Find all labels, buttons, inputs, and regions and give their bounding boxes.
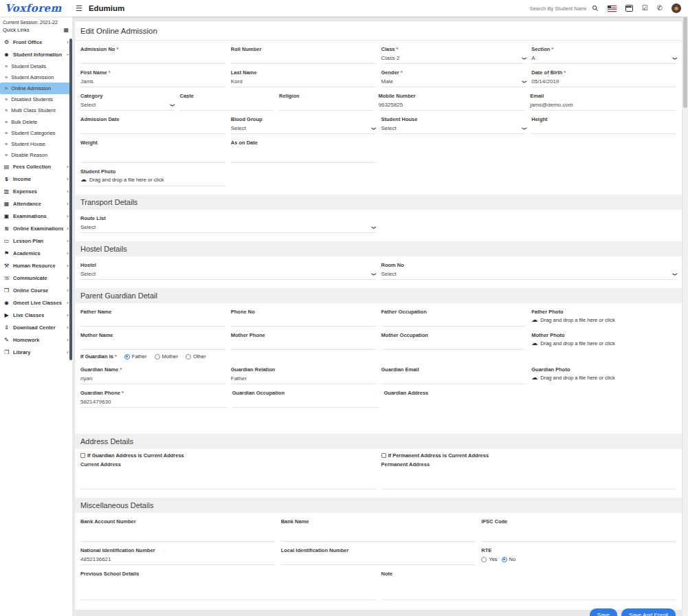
guardian-email-label: Guardian Email <box>381 364 526 373</box>
sidebar-item-student-details[interactable]: » Student Details <box>0 60 72 72</box>
mother-occupation-input[interactable] <box>381 339 526 350</box>
sidebar-scrollbar[interactable] <box>69 38 72 360</box>
sidebar-item-income[interactable]: $ Income ‹ <box>0 173 72 186</box>
student-house-select[interactable]: Select❯ <box>381 123 526 134</box>
checkbox-icon[interactable] <box>80 453 85 458</box>
task-icon[interactable]: ☑ <box>642 5 648 12</box>
checkbox-icon[interactable] <box>381 453 386 458</box>
guardian-email-input[interactable] <box>381 373 526 384</box>
admission-no-input[interactable] <box>80 53 225 64</box>
dob-input[interactable]: 05/14/2019 <box>531 76 676 87</box>
rte-no-radio[interactable]: No <box>502 556 516 562</box>
language-flag-icon[interactable] <box>608 6 617 12</box>
guardian-father-radio[interactable]: Father <box>124 353 147 360</box>
height-input[interactable] <box>531 123 676 134</box>
sidebar-item-homework[interactable]: ✎ Homework ‹ <box>0 334 72 346</box>
guardian-relation-input[interactable]: Father <box>231 373 376 384</box>
mobile-number-input[interactable]: 96325825 <box>379 100 525 111</box>
first-name-input[interactable]: Jams <box>80 76 225 87</box>
note-textarea[interactable] <box>381 578 677 600</box>
as-on-date-input[interactable] <box>231 146 376 163</box>
national-id-input[interactable]: 4852136621 <box>80 554 276 565</box>
user-avatar[interactable]: ☻ <box>672 3 681 13</box>
route-list-select[interactable]: Select❯ <box>80 222 376 233</box>
sidebar-item-attendance[interactable]: ▦ Attendance ‹ <box>0 198 72 210</box>
phone-no-input[interactable] <box>231 316 376 327</box>
calendar-icon[interactable] <box>625 5 633 12</box>
sidebar-item-fees-collection[interactable]: ▤ Fees Collection ‹ <box>0 161 72 173</box>
roll-number-input[interactable] <box>231 53 376 64</box>
page-scrollbar[interactable] <box>683 16 688 616</box>
sidebar-item-multi-class-student[interactable]: » Multi Class Student <box>0 105 72 116</box>
admission-date-input[interactable] <box>80 123 225 134</box>
guardian-other-radio[interactable]: Other <box>186 353 206 360</box>
section-select[interactable]: A❯ <box>531 53 676 64</box>
weight-input[interactable] <box>80 146 225 163</box>
current-address-textarea[interactable] <box>80 468 376 490</box>
room-no-select[interactable]: Select❯ <box>381 269 677 280</box>
permanent-address-textarea[interactable] <box>381 468 677 490</box>
ifsc-code-input[interactable] <box>481 525 676 542</box>
hostel-select[interactable]: Select❯ <box>80 269 376 280</box>
bank-name-input[interactable] <box>281 525 476 542</box>
guardian-name-input[interactable]: riyan <box>80 373 225 384</box>
search-input[interactable] <box>529 5 588 12</box>
sidebar-item-bulk-delete[interactable]: » Bulk Delete <box>0 116 72 127</box>
whatsapp-icon[interactable]: ✆ <box>657 5 663 12</box>
menu-icon[interactable]: ☰ <box>76 4 82 13</box>
sidebar-item-student-house[interactable]: » Student House <box>0 138 72 149</box>
guardian-occupation-input[interactable] <box>232 397 379 408</box>
grid-icon[interactable]: ▦ <box>63 27 69 33</box>
sidebar-item-gmeet-live-classes[interactable]: ◉ Gmeet Live Classes ‹ <box>0 297 72 309</box>
sidebar-item-human-resource[interactable]: ⚒ Human Resource ‹ <box>0 260 72 272</box>
sidebar-item-student-information[interactable]: ☻ Student Information ‹ <box>0 48 72 60</box>
sidebar-item-examinations[interactable]: ▣ Examinations ‹ <box>0 210 72 223</box>
scrollbar-thumb[interactable] <box>683 17 687 108</box>
sidebar-item-student-admission[interactable]: » Student Admission <box>0 72 72 82</box>
guardian-address-input[interactable] <box>384 397 677 413</box>
sidebar-item-online-examinations[interactable]: ≋ Online Examinations ‹ <box>0 223 72 235</box>
class-select[interactable]: Class 2❯ <box>381 53 526 64</box>
sidebar-item-download-center[interactable]: ⇩ Download Center ‹ <box>0 322 72 334</box>
father-occupation-input[interactable] <box>381 316 526 327</box>
sidebar-item-disable-reason[interactable]: » Disable Reason <box>0 150 72 161</box>
sidebar-item-expenses[interactable]: ▥ Expenses ‹ <box>0 186 72 198</box>
mother-phone-input[interactable] <box>231 339 376 350</box>
sidebar-item-lesson-plan[interactable]: ▭ Lesson Plan ‹ <box>0 235 72 248</box>
email-input[interactable]: jams@demo.com <box>530 100 676 111</box>
caste-input[interactable] <box>180 100 274 111</box>
guardian-photo-dropzone[interactable]: ☁ Drag and drop a file here or click <box>531 373 676 384</box>
list-icon: ▥ <box>3 188 10 195</box>
guardian-mother-radio[interactable]: Mother <box>155 353 178 360</box>
father-name-input[interactable] <box>80 316 225 327</box>
sidebar-item-disabled-students[interactable]: » Disabled Students <box>0 94 72 105</box>
caste-label: Caste <box>180 91 274 100</box>
previous-school-details-textarea[interactable] <box>80 578 376 600</box>
blood-group-select[interactable]: Select❯ <box>231 123 376 134</box>
sidebar-item-communicate[interactable]: ☏ Communicate ‹ <box>0 272 72 285</box>
guardian-phone-input[interactable]: 5821479630 <box>80 397 227 408</box>
sidebar-item-live-classes[interactable]: ▶ Live Classes ‹ <box>0 309 72 322</box>
sidebar-item-library[interactable]: ❐ Library ‹ <box>0 346 72 359</box>
father-name-label: Father Name <box>80 307 225 316</box>
save-and-enroll-button[interactable]: Save And Enroll <box>621 608 676 616</box>
bank-account-number-input[interactable] <box>80 525 276 542</box>
search-icon[interactable] <box>592 5 599 12</box>
last-name-input[interactable]: Kord <box>231 76 376 87</box>
guardian-address-label: Guardian Address <box>384 388 677 397</box>
student-photo-dropzone[interactable]: ☁ Drag and drop a file here or click <box>80 175 225 186</box>
sidebar-item-online-admission[interactable]: » Online Admission <box>0 82 72 94</box>
category-select[interactable]: Select❯ <box>80 100 175 111</box>
sidebar-item-academics[interactable]: ⚑ Academics ‹ <box>0 248 72 260</box>
religion-input[interactable] <box>279 100 373 111</box>
mother-photo-dropzone[interactable]: ☁ Drag and drop a file here or click <box>531 339 676 350</box>
gender-select[interactable]: Male❯ <box>381 76 526 87</box>
local-id-input[interactable] <box>281 554 476 565</box>
sidebar-item-online-course[interactable]: ❒ Online Course ‹ <box>0 285 72 297</box>
sidebar-item-front-office[interactable]: ⚙ Front Office ‹ <box>0 36 72 48</box>
rte-yes-radio[interactable]: Yes <box>481 556 497 562</box>
father-photo-dropzone[interactable]: ☁ Drag and drop a file here or click <box>531 316 676 327</box>
save-button[interactable]: Save <box>590 608 617 616</box>
mother-name-input[interactable] <box>80 339 225 350</box>
sidebar-item-student-categories[interactable]: » Student Categories <box>0 127 72 138</box>
